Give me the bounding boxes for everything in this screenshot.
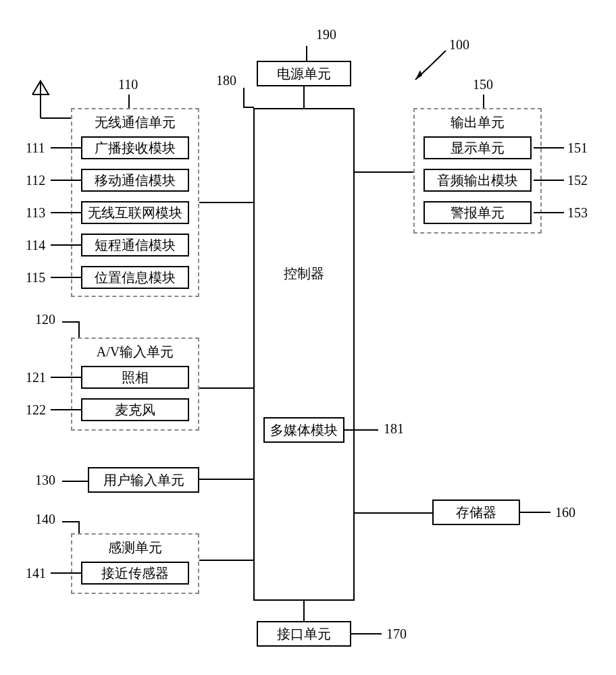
display-unit-box: 显示单元 <box>424 136 532 159</box>
ref-181: 181 <box>384 421 404 437</box>
broadcast-rx-label: 广播接收模块 <box>95 139 176 157</box>
proximity-sensor-box: 接近传感器 <box>81 562 189 585</box>
leader-110 <box>128 94 130 108</box>
alarm-unit-label: 警报单元 <box>451 204 505 222</box>
position-info-box: 位置信息模块 <box>81 266 189 289</box>
leader-115 <box>51 277 81 278</box>
output-unit-title: 输出单元 <box>415 113 540 132</box>
camera-box: 照相 <box>81 366 189 389</box>
leader-111 <box>51 147 81 148</box>
ref-153: 153 <box>567 205 588 221</box>
user-input-box: 用户输入单元 <box>88 467 199 493</box>
leader-151 <box>534 147 564 148</box>
alarm-unit-box: 警报单元 <box>424 201 532 224</box>
av-input-title: A/V输入单元 <box>72 343 198 361</box>
leader-190 <box>306 46 307 61</box>
multimedia-module-label: 多媒体模块 <box>270 421 338 439</box>
display-unit-label: 显示单元 <box>451 139 505 157</box>
ref-110: 110 <box>118 77 138 92</box>
wireless-internet-label: 无线互联网模块 <box>88 204 182 222</box>
ref-180: 180 <box>216 73 236 88</box>
leader-152 <box>534 180 564 181</box>
ref-152: 152 <box>567 173 588 188</box>
diagram-canvas: 190 电源单元 100 180 控制器 多媒体模块 181 110 无线通信单… <box>0 0 616 675</box>
power-unit-box: 电源单元 <box>257 61 351 86</box>
leader-130 <box>62 481 88 482</box>
leader-121 <box>51 377 81 378</box>
leader-120v <box>78 321 80 338</box>
leader-153 <box>534 212 564 213</box>
ref-170: 170 <box>386 626 407 642</box>
controller-box: 控制器 <box>253 108 355 601</box>
sensing-unit-title: 感测单元 <box>72 539 198 557</box>
memory-label: 存储器 <box>456 504 496 522</box>
ref-190: 190 <box>316 27 336 43</box>
ref-130: 130 <box>35 473 55 488</box>
interface-unit-box: 接口单元 <box>257 621 351 647</box>
microphone-label: 麦克风 <box>115 401 155 419</box>
ref-141: 141 <box>26 566 46 581</box>
wireless-unit-title: 无线通信单元 <box>72 113 198 132</box>
leader-113 <box>51 212 81 213</box>
sensing-unit-group: 感测单元 接近传感器 <box>71 533 199 594</box>
ref-115: 115 <box>26 270 45 286</box>
audio-output-label: 音频输出模块 <box>437 171 518 190</box>
leader-180v <box>243 88 245 108</box>
position-info-label: 位置信息模块 <box>95 269 176 287</box>
wireless-unit-group: 无线通信单元 广播接收模块 移动通信模块 无线互联网模块 短程通信模块 位置信息… <box>71 108 199 297</box>
ref-111: 111 <box>26 140 45 156</box>
ref-100: 100 <box>449 37 469 53</box>
power-unit-label: 电源单元 <box>277 65 331 83</box>
ref-120: 120 <box>35 312 55 327</box>
ref-151: 151 <box>567 140 588 156</box>
leader-114 <box>51 244 81 246</box>
leader-141 <box>51 572 81 574</box>
user-input-label: 用户输入单元 <box>103 471 184 489</box>
ref-122: 122 <box>26 402 46 418</box>
leader-122 <box>51 409 81 410</box>
ref-121: 121 <box>26 370 46 385</box>
leader-150 <box>483 94 484 108</box>
leader-140v <box>78 521 80 533</box>
leader-112 <box>51 180 81 181</box>
multimedia-module-box: 多媒体模块 <box>263 417 344 443</box>
ref-114: 114 <box>26 238 45 253</box>
short-range-box: 短程通信模块 <box>81 234 189 256</box>
leader-160 <box>520 512 550 513</box>
proximity-sensor-label: 接近传感器 <box>101 564 169 583</box>
interface-unit-label: 接口单元 <box>277 625 331 643</box>
ref-150: 150 <box>473 77 493 92</box>
camera-label: 照相 <box>122 369 149 387</box>
broadcast-rx-box: 广播接收模块 <box>81 136 189 159</box>
short-range-label: 短程通信模块 <box>95 236 176 254</box>
leader-181 <box>344 429 378 431</box>
ref-112: 112 <box>26 173 45 188</box>
output-unit-group: 输出单元 显示单元 音频输出模块 警报单元 <box>413 108 542 234</box>
leader-120h <box>62 321 78 323</box>
ref-113: 113 <box>26 205 45 221</box>
leader-170 <box>351 633 382 634</box>
memory-box: 存储器 <box>432 500 520 525</box>
leader-140h <box>62 521 78 522</box>
leader-180h <box>243 107 254 108</box>
mobile-comm-label: 移动通信模块 <box>95 171 176 190</box>
ref-140: 140 <box>35 512 55 527</box>
controller-label: 控制器 <box>284 265 324 283</box>
audio-output-box: 音频输出模块 <box>424 169 532 192</box>
av-input-group: A/V输入单元 照相 麦克风 <box>71 338 199 431</box>
microphone-box: 麦克风 <box>81 398 189 421</box>
wireless-internet-box: 无线互联网模块 <box>81 201 189 224</box>
ref-160: 160 <box>555 505 575 520</box>
mobile-comm-box: 移动通信模块 <box>81 169 189 192</box>
